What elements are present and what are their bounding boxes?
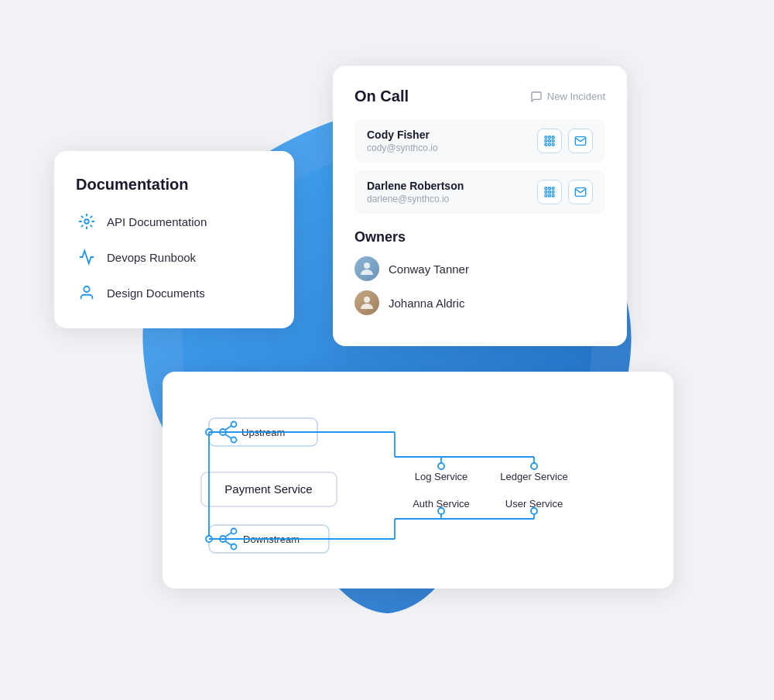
svg-rect-5: [545, 140, 547, 142]
doc-item-devops[interactable]: Devops Runbook: [76, 246, 272, 268]
svg-rect-18: [549, 194, 551, 197]
incident-icon: [530, 91, 543, 103]
svg-rect-19: [552, 194, 554, 197]
svg-rect-8: [545, 143, 547, 146]
svg-rect-7: [552, 140, 554, 142]
email-icon: [574, 135, 587, 147]
documentation-card: Documentation API Documentation Devops R…: [54, 151, 294, 328]
doc-card-title: Documentation: [76, 176, 272, 194]
svg-text:Log Service: Log Service: [415, 471, 468, 482]
conway-name: Conway Tanner: [389, 262, 469, 276]
svg-point-47: [438, 463, 444, 469]
owner-row-johanna: Johanna Aldric: [354, 290, 605, 315]
doc-item-design[interactable]: Design Documents: [76, 282, 272, 304]
cody-name: Cody Fisher: [367, 129, 438, 141]
svg-rect-9: [549, 143, 551, 146]
devops-label: Devops Runbook: [107, 251, 196, 264]
svg-text:Auth Service: Auth Service: [413, 498, 470, 510]
devops-icon: [76, 246, 98, 268]
darlene-name: Darlene Robertson: [367, 180, 464, 192]
svg-rect-3: [549, 136, 551, 139]
darlene-email: darlene@synthco.io: [367, 194, 464, 204]
owner-row-conway: Conway Tanner: [354, 256, 605, 281]
slack-icon: [543, 135, 556, 147]
johanna-avatar-icon: [358, 293, 376, 312]
person-info-cody: Cody Fisher cody@synthco.io: [367, 129, 438, 153]
svg-rect-13: [552, 187, 554, 190]
svg-point-1: [84, 287, 89, 292]
svg-rect-17: [545, 194, 547, 197]
email-icon-2: [574, 186, 587, 198]
service-diagram: Upstream Payment Service Downstream: [194, 403, 642, 558]
new-incident-button[interactable]: New Incident: [530, 91, 605, 103]
owners-title: Owners: [354, 229, 605, 245]
svg-point-49: [531, 463, 537, 469]
svg-rect-10: [552, 143, 554, 146]
owners-section: Owners Conway Tanner Johanna Aldric: [354, 229, 605, 315]
api-docs-label: API Documentation: [107, 215, 207, 228]
johanna-avatar: [354, 290, 379, 315]
darlene-email-button[interactable]: [568, 180, 593, 204]
conway-avatar: [354, 256, 379, 281]
person-row-cody: Cody Fisher cody@synthco.io: [354, 119, 605, 163]
cody-email-button[interactable]: [568, 129, 593, 153]
svg-text:User Service: User Service: [505, 498, 563, 510]
api-docs-icon: [76, 211, 98, 232]
slack-icon-2: [543, 186, 556, 198]
svg-text:Ledger Service: Ledger Service: [500, 471, 567, 482]
doc-item-api[interactable]: API Documentation: [76, 211, 272, 232]
oncall-header: On Call New Incident: [354, 88, 605, 105]
oncall-title: On Call: [354, 88, 409, 105]
svg-rect-6: [549, 140, 551, 142]
johanna-name: Johanna Aldric: [389, 297, 464, 310]
svg-rect-16: [552, 191, 554, 194]
conway-avatar-icon: [358, 259, 376, 278]
service-card: Upstream Payment Service Downstream: [163, 372, 673, 588]
darlene-slack-button[interactable]: [537, 180, 562, 204]
svg-text:Payment Service: Payment Service: [224, 482, 312, 496]
design-label: Design Documents: [107, 287, 205, 300]
cody-slack-button[interactable]: [537, 129, 562, 153]
svg-rect-4: [552, 136, 554, 139]
svg-rect-15: [549, 191, 551, 194]
oncall-card: On Call New Incident Cody Fisher cody@sy…: [333, 66, 627, 346]
new-incident-label: New Incident: [547, 91, 605, 102]
svg-rect-14: [545, 191, 547, 194]
darlene-actions: [537, 180, 593, 204]
payment-service-node: Payment Service: [201, 472, 337, 506]
cody-email: cody@synthco.io: [367, 142, 438, 153]
svg-rect-11: [545, 187, 547, 190]
person-info-darlene: Darlene Robertson darlene@synthco.io: [367, 180, 464, 204]
svg-point-20: [364, 262, 370, 269]
svg-point-21: [364, 297, 370, 303]
svg-point-0: [84, 219, 89, 224]
svg-rect-2: [545, 136, 547, 139]
svg-rect-12: [549, 187, 551, 190]
design-icon: [76, 282, 98, 304]
person-row-darlene: Darlene Robertson darlene@synthco.io: [354, 170, 605, 214]
cody-actions: [537, 129, 593, 153]
